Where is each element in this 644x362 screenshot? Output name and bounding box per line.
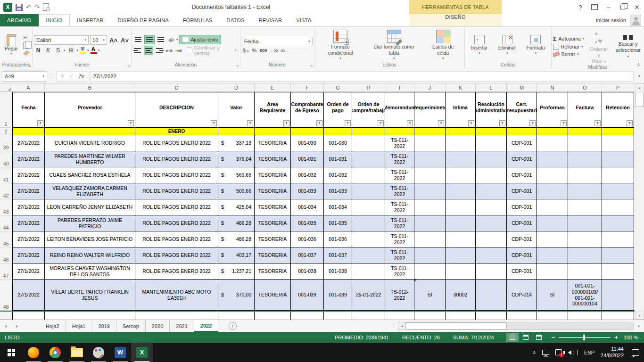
band-cell-o[interactable] bbox=[568, 128, 602, 135]
filter-button-g[interactable]: ▾ bbox=[345, 120, 351, 126]
cell-l40[interactable] bbox=[476, 151, 507, 167]
row-header-44[interactable]: 44 bbox=[0, 215, 12, 231]
sign-in-link[interactable]: Iniciar sesión bbox=[596, 14, 626, 26]
cell-a48[interactable]: 27/1/2022 bbox=[12, 280, 45, 311]
band-cell-n[interactable] bbox=[537, 128, 568, 135]
cell-d49[interactable] bbox=[218, 312, 255, 320]
cell-d41[interactable]: $569,65 bbox=[218, 167, 255, 183]
cell-m48[interactable]: CDP-014 bbox=[507, 280, 537, 311]
alignment-dialog-launcher-icon[interactable]: ↘ bbox=[236, 64, 239, 68]
filter-button-k[interactable]: ▾ bbox=[468, 120, 474, 126]
cell-m42[interactable]: CDP-001 bbox=[507, 183, 537, 199]
cell-h44[interactable] bbox=[352, 215, 385, 231]
cell-h40[interactable] bbox=[352, 151, 385, 167]
cell-i41[interactable]: TS-011-2022 bbox=[385, 167, 414, 183]
scroll-up-icon[interactable]: ▲ bbox=[635, 83, 644, 91]
cell-a41[interactable]: 27/1/2022 bbox=[12, 167, 45, 183]
cell-k40[interactable] bbox=[446, 151, 476, 167]
sheet-nav-left-icon[interactable]: ◂ bbox=[0, 320, 11, 332]
cell-m45[interactable]: CDP-001 bbox=[507, 231, 537, 247]
header-cell-a[interactable]: Fecha▾ bbox=[12, 92, 45, 128]
currency-format-button[interactable]: $ ▾ bbox=[243, 48, 249, 53]
cell-m43[interactable]: CDP-001 bbox=[507, 199, 537, 215]
cell-e47[interactable]: TESORERIA bbox=[255, 263, 291, 280]
cell-k46[interactable] bbox=[446, 247, 476, 263]
cell-i40[interactable]: TS-011-2022 bbox=[385, 151, 414, 167]
conditional-formatting-button[interactable]: Formato condicional▾ bbox=[316, 29, 365, 61]
filter-button-d[interactable]: ▾ bbox=[247, 120, 253, 126]
volume-icon[interactable] bbox=[568, 349, 578, 356]
tab-vista[interactable]: VISTA bbox=[289, 14, 318, 26]
header-cell-b[interactable]: Proveedor▾ bbox=[45, 92, 135, 128]
header-cell-p[interactable]: Retención▾ bbox=[602, 92, 634, 128]
cell-m44[interactable]: CDP-001 bbox=[507, 215, 537, 231]
cell-c47[interactable]: ROL DE PAGOS ENERO 2022 bbox=[135, 263, 218, 280]
cell-b48[interactable]: VILLAFUERTE PARCO FRANKLIN JESUS bbox=[45, 280, 135, 311]
band-cell-p[interactable] bbox=[602, 128, 634, 135]
cell-c43[interactable]: ROL DE PAGOS ENERO 2022 bbox=[135, 199, 218, 215]
cell-f43[interactable]: 001-034 bbox=[291, 199, 324, 215]
band-cell-j[interactable] bbox=[414, 128, 446, 135]
align-left-button[interactable] bbox=[133, 46, 143, 55]
number-format-select[interactable]: Fecha▾ bbox=[242, 37, 313, 46]
cell-g49[interactable] bbox=[324, 312, 352, 320]
sheet-tab-2021[interactable]: 2021 bbox=[170, 320, 194, 332]
cell-h45[interactable] bbox=[352, 231, 385, 247]
insert-function-icon[interactable]: fx bbox=[78, 73, 83, 80]
cell-h41[interactable] bbox=[352, 167, 385, 183]
cell-d47[interactable]: $1.237,21 bbox=[218, 263, 255, 280]
cell-l43[interactable] bbox=[476, 199, 507, 215]
cell-f47[interactable]: 001-038 bbox=[291, 263, 324, 280]
band-cell-f[interactable] bbox=[291, 128, 324, 135]
notification-center-icon[interactable] bbox=[632, 349, 639, 356]
cell-g46[interactable]: 001-037 bbox=[324, 247, 352, 263]
cell-k49[interactable] bbox=[446, 312, 476, 320]
cell-f48[interactable]: 001-039 bbox=[291, 280, 324, 311]
fill-color-button[interactable]: ⛨ bbox=[80, 47, 86, 54]
tab-insertar[interactable]: INSERTAR bbox=[70, 14, 110, 26]
font-color-button[interactable]: A bbox=[91, 47, 97, 54]
fill-caret-icon[interactable]: ▾ bbox=[87, 49, 89, 52]
cell-p40[interactable] bbox=[602, 151, 634, 167]
cell-e43[interactable]: TESORERIA bbox=[255, 199, 291, 215]
cell-h42[interactable] bbox=[352, 183, 385, 199]
cell-j42[interactable] bbox=[414, 183, 446, 199]
cell-c46[interactable]: ROL DE PAGOS ENERO 2022 bbox=[135, 247, 218, 263]
cell-c48[interactable]: MANTENIMIENTO ABC MOTO EA301H bbox=[135, 280, 218, 311]
taskbar-firefox[interactable] bbox=[23, 343, 44, 362]
filter-button-c[interactable]: ▾ bbox=[211, 120, 217, 126]
cell-m41[interactable]: CDP-001 bbox=[507, 167, 537, 183]
horizontal-scrollbar[interactable]: ◂ bbox=[398, 322, 634, 330]
tab-dise-o[interactable]: DISEÑO bbox=[409, 14, 502, 20]
excel-logo-icon[interactable]: X bbox=[3, 3, 12, 12]
cell-i44[interactable]: TS-011-2022 bbox=[385, 215, 414, 231]
cell-f45[interactable]: 001-036 bbox=[291, 231, 324, 247]
cell-f46[interactable]: 001-037 bbox=[291, 247, 324, 263]
autosum-button[interactable]: ΣAutosuma▾ bbox=[553, 35, 585, 42]
cell-i45[interactable]: TS-011-2022 bbox=[385, 231, 414, 247]
header-cell-l[interactable]: Resolución Administrativa▾ bbox=[476, 92, 507, 128]
cell-f41[interactable]: 001-032 bbox=[291, 167, 324, 183]
delete-cells-button[interactable]: Eliminar▾ bbox=[494, 34, 521, 56]
percent-format-button[interactable]: % bbox=[252, 48, 256, 53]
clipboard-dialog-launcher-icon[interactable]: ↘ bbox=[28, 64, 31, 68]
cell-a42[interactable]: 27/1/2022 bbox=[12, 183, 45, 199]
cell-e39[interactable]: TESORERIA bbox=[255, 135, 291, 151]
scrollbar-resize-handle[interactable]: ⋮ bbox=[391, 323, 396, 329]
taskbar-paint[interactable] bbox=[88, 343, 109, 362]
underline-button[interactable]: S bbox=[54, 46, 62, 55]
cell-a40[interactable]: 27/1/2022 bbox=[12, 151, 45, 167]
filter-button-m[interactable]: ▾ bbox=[529, 120, 536, 126]
cell-d45[interactable]: $486,28 bbox=[218, 231, 255, 247]
header-cell-o[interactable]: Factura▾ bbox=[568, 92, 602, 128]
find-select-button[interactable]: Buscar yseleccionar ▾ bbox=[613, 28, 643, 64]
cell-n41[interactable] bbox=[537, 167, 568, 183]
filter-button-l[interactable]: ▾ bbox=[499, 120, 505, 126]
cell-i43[interactable]: TS-011-2022 bbox=[385, 199, 414, 215]
row-header-48[interactable]: 48 bbox=[0, 280, 12, 311]
cell-b47[interactable]: MORALES CHAVEZ WASHINGTON DE LOS SANTOS bbox=[45, 263, 135, 280]
cell-a49[interactable] bbox=[12, 312, 45, 320]
vertical-scrollbar[interactable]: ▲ ▼ bbox=[635, 83, 644, 320]
cell-j45[interactable] bbox=[414, 231, 446, 247]
scroll-left-icon[interactable]: ◂ bbox=[398, 322, 405, 329]
